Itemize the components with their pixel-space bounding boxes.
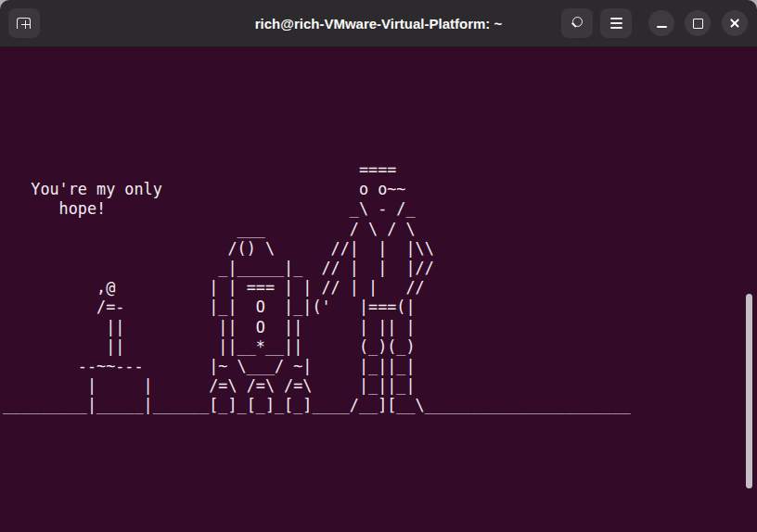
minimize-icon xyxy=(657,26,667,28)
hamburger-icon xyxy=(610,18,622,29)
search-icon xyxy=(570,16,584,31)
scrollbar-thumb[interactable] xyxy=(746,294,752,488)
search-button[interactable] xyxy=(561,8,593,38)
close-button[interactable] xyxy=(722,10,748,36)
terminal-window: rich@rich-VMware-Virtual-Platform: ~ xyxy=(0,0,757,532)
terminal-content[interactable]: ==== You're my only o o~~ hope! _\ - /_ … xyxy=(0,47,757,532)
close-icon xyxy=(728,17,741,30)
titlebar: rich@rich-VMware-Virtual-Platform: ~ xyxy=(0,0,757,47)
minimize-button[interactable] xyxy=(648,10,674,36)
menu-button[interactable] xyxy=(600,8,632,38)
window-title: rich@rich-VMware-Virtual-Platform: ~ xyxy=(0,0,757,46)
maximize-button[interactable] xyxy=(685,10,711,36)
new-tab-button[interactable] xyxy=(8,8,40,38)
ascii-art: ==== You're my only o o~~ hope! _\ - /_ … xyxy=(3,160,631,416)
maximize-icon xyxy=(693,19,703,29)
new-tab-icon xyxy=(17,18,32,30)
